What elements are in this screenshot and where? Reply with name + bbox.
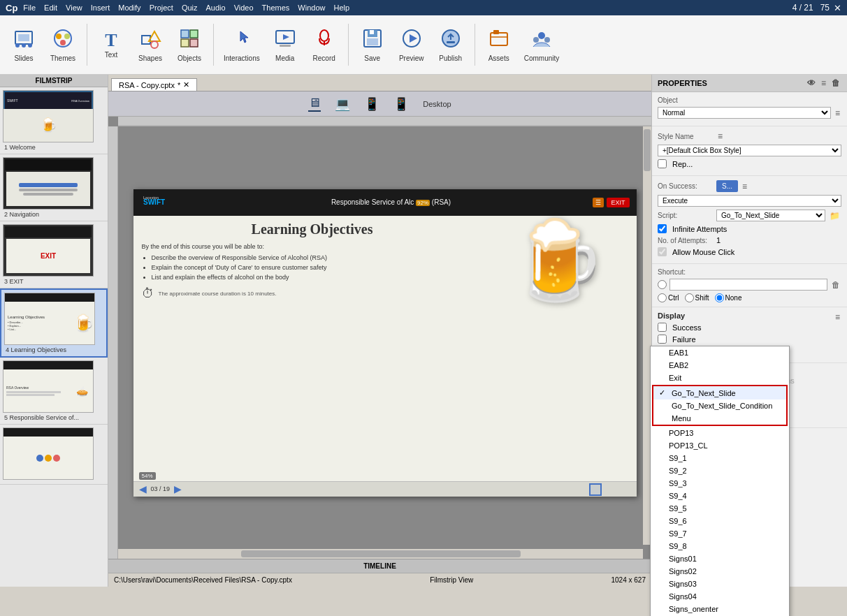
filmstrip-slide-5[interactable]: RSA Overview 🥧 5 Responsible Service of.… bbox=[0, 358, 108, 425]
replace-checkbox[interactable] bbox=[658, 159, 667, 168]
disable-click-sound-checkbox[interactable] bbox=[658, 411, 667, 420]
list-icon[interactable]: ≡ bbox=[820, 78, 827, 89]
shortcut-radio-main[interactable] bbox=[658, 280, 667, 289]
toolbar-record[interactable]: Record bbox=[306, 24, 342, 65]
svg-point-7 bbox=[64, 34, 70, 39]
menu-video[interactable]: Video bbox=[234, 3, 254, 12]
scrollbar-vertical[interactable] bbox=[643, 126, 651, 545]
device-phone-icon[interactable]: 📱 bbox=[393, 96, 409, 112]
device-desktop-icon[interactable]: 🖥 bbox=[308, 96, 321, 112]
device-laptop-icon[interactable]: 💻 bbox=[335, 96, 350, 112]
status-bar: C:\Users\ravi\Documents\Received Files\R… bbox=[108, 573, 651, 587]
toolbar-themes[interactable]: Themes bbox=[45, 24, 81, 65]
svg-rect-13 bbox=[190, 30, 198, 38]
style-select[interactable]: +[Default Click Box Style] bbox=[658, 145, 841, 156]
script-select[interactable]: Go_To_Next_Slide bbox=[716, 210, 825, 221]
timeline-bar: TIMELINE bbox=[108, 559, 651, 573]
menu-view[interactable]: View bbox=[66, 3, 82, 12]
menu-window[interactable]: Window bbox=[298, 3, 325, 12]
toolbar-slides[interactable]: Slides bbox=[6, 24, 42, 65]
preview-icon bbox=[400, 27, 423, 53]
publish-label: Publish bbox=[439, 54, 462, 62]
toolbar-community[interactable]: Community bbox=[520, 24, 564, 65]
filmstrip-slide-1[interactable]: SWIFT RSA Overview 🍺 1 Welcome bbox=[0, 87, 108, 154]
infinite-attempts-checkbox[interactable] bbox=[658, 224, 667, 233]
menu-insert[interactable]: Insert bbox=[91, 3, 110, 12]
svg-point-19 bbox=[320, 30, 328, 41]
svg-rect-12 bbox=[181, 30, 189, 38]
toolbar-sep-2 bbox=[213, 24, 214, 66]
toolbar-objects[interactable]: Objects bbox=[171, 24, 208, 65]
execute-select[interactable]: Execute bbox=[658, 195, 841, 207]
dd-item-signs-onenter[interactable]: Signs_onenter bbox=[651, 603, 789, 615]
menu-edit[interactable]: Edit bbox=[44, 3, 57, 12]
shortcut-shift[interactable]: Shift bbox=[685, 293, 709, 302]
toolbar-interactions[interactable]: Interactions bbox=[219, 24, 264, 65]
zoom-badge: 54% bbox=[139, 472, 156, 480]
toolbar-publish[interactable]: Publish bbox=[433, 24, 469, 65]
device-tablet-icon[interactable]: 📱 bbox=[364, 96, 379, 112]
shortcut-text-input[interactable] bbox=[669, 279, 827, 291]
normal-select[interactable]: Normal bbox=[658, 107, 831, 119]
allow-mouse-checkbox[interactable] bbox=[658, 247, 667, 256]
hint-checkbox[interactable] bbox=[658, 346, 667, 355]
toolbar-preview[interactable]: Preview bbox=[393, 24, 430, 65]
slide-thumb-1: SWIFT RSA Overview 🍺 bbox=[3, 90, 94, 142]
menu-themes[interactable]: Themes bbox=[262, 3, 290, 12]
filmstrip-slide-3[interactable]: EXIT 3 EXIT bbox=[0, 221, 108, 288]
double-click-checkbox[interactable] bbox=[658, 399, 667, 409]
shortcut-none[interactable]: None bbox=[715, 293, 742, 302]
failure-checkbox[interactable] bbox=[658, 335, 667, 344]
props-list-icon[interactable]: ≡ bbox=[834, 108, 841, 119]
style-list-icon[interactable]: ≡ bbox=[716, 131, 724, 142]
action-btn[interactable]: S... bbox=[716, 180, 738, 192]
shortcut-clear-icon[interactable]: 🗑 bbox=[830, 279, 841, 291]
menu-help[interactable]: Help bbox=[333, 3, 349, 12]
menu-quiz[interactable]: Quiz bbox=[182, 3, 198, 12]
menu-project[interactable]: Project bbox=[150, 3, 173, 12]
style-name-row: Style Name ≡ bbox=[658, 131, 841, 142]
success-checkbox[interactable] bbox=[658, 323, 667, 332]
action-list-icon[interactable]: ≡ bbox=[741, 181, 748, 192]
filmstrip-panel: FILMSTRIP SWIFT RSA Overview 🍺 1 Welcome bbox=[0, 75, 108, 587]
display-section-title: Display bbox=[658, 311, 685, 320]
eye-toggle-icon[interactable]: 👁 bbox=[806, 78, 817, 89]
script-label: Script: bbox=[658, 212, 714, 219]
menu-btn[interactable]: ☰ bbox=[593, 198, 604, 207]
hand-cursor-checkbox[interactable] bbox=[658, 388, 667, 397]
filmstrip-slide-4[interactable]: Learning Objectives • Describe...• Expla… bbox=[0, 288, 108, 358]
menu-bar-items[interactable]: File Edit View Insert Modify Project Qui… bbox=[23, 3, 349, 12]
filmstrip-slide-2[interactable]: 2 Navigation bbox=[0, 154, 108, 221]
trash-icon[interactable]: 🗑 bbox=[830, 78, 841, 89]
exit-btn[interactable]: EXIT bbox=[607, 198, 629, 207]
toolbar-media[interactable]: Media bbox=[267, 24, 303, 65]
tab-close-icon[interactable]: ✕ bbox=[183, 80, 189, 89]
toolbar-shapes[interactable]: Shapes bbox=[132, 24, 168, 65]
display-list-icon[interactable]: ≡ bbox=[834, 311, 841, 323]
toolbar-save[interactable]: Save bbox=[354, 24, 391, 65]
toolbar-text[interactable]: T Text bbox=[93, 29, 129, 61]
properties-panel: PROPERTIES 👁 ≡ 🗑 Object Normal ≡ Style N… bbox=[651, 75, 847, 587]
shortcut-ctrl[interactable]: Ctrl bbox=[658, 293, 679, 302]
disable-click-sound-row: Disable Click Sound bbox=[658, 411, 841, 420]
script-row: Script: Go_To_Next_Slide 📁 bbox=[658, 210, 841, 221]
scrollbar-horizontal[interactable] bbox=[118, 549, 643, 559]
folder-icon[interactable]: 📁 bbox=[828, 210, 841, 221]
nav-prev-icon[interactable]: ◀ bbox=[139, 483, 147, 494]
slide-text-content: Learning Objectives By the end of this c… bbox=[142, 221, 483, 301]
close-icon[interactable]: ✕ bbox=[834, 3, 841, 13]
menu-file[interactable]: File bbox=[23, 3, 36, 12]
slide-header: SWIFT Laceston Responsible Service of Al… bbox=[133, 189, 637, 216]
canvas-tab-main[interactable]: RSA - Copy.cptx * ✕ bbox=[111, 78, 197, 91]
nav-next-icon[interactable]: ▶ bbox=[174, 483, 182, 494]
filmstrip-slide-6[interactable] bbox=[0, 425, 108, 485]
tab-label: RSA - Copy.cptx bbox=[119, 81, 175, 89]
pause-captions-checkbox[interactable] bbox=[658, 376, 667, 385]
shortcut-label-row: Shortcut: bbox=[658, 268, 841, 276]
dd-item-signs04[interactable]: Signs04 bbox=[651, 590, 789, 603]
menu-audio[interactable]: Audio bbox=[206, 3, 226, 12]
main-area: FILMSTRIP SWIFT RSA Overview 🍺 1 Welcome bbox=[0, 75, 847, 587]
menu-modify[interactable]: Modify bbox=[118, 3, 140, 12]
toolbar-assets[interactable]: Assets bbox=[481, 24, 517, 65]
slide-nav-bar: ◀ 03 / 19 ▶ bbox=[133, 481, 637, 497]
